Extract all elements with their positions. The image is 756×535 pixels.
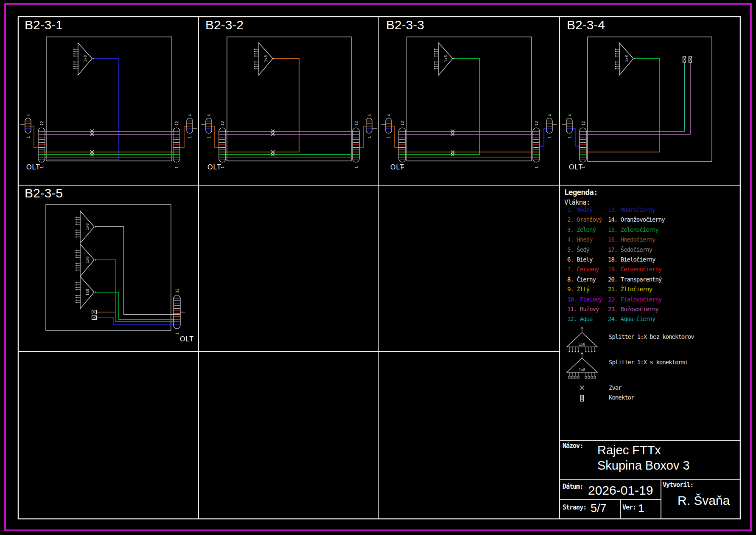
bracket-count-label: 12 <box>221 121 225 126</box>
titleblock-strany-value: 5/7 <box>591 503 607 514</box>
legend-splitter-tick-square <box>577 376 579 378</box>
titleblock-datum-label: Dátum: <box>563 484 583 490</box>
splitter-output-dot <box>73 64 75 65</box>
titleblock-nazov-label: Názov: <box>563 443 583 449</box>
splitter-ratio-label: 1x8 <box>85 223 90 230</box>
legend-fiber-23: 23. Ružovočierny <box>608 306 658 312</box>
splitter-output-dot <box>76 284 77 286</box>
legend-fiber-16: 16. Hnedočierny <box>608 237 655 242</box>
bracket-count-label: 12 <box>175 121 179 126</box>
legend-konektor-label: Konektor <box>609 394 634 400</box>
drawing-page: 1x812112141411x812112141411x812112141411… <box>0 0 756 535</box>
legend-splitter-tick-dot <box>572 351 573 352</box>
olt-label-B2-3-3: OLT <box>390 164 404 171</box>
fiber-path-orange <box>220 59 299 152</box>
titleblock-datum-value: 2026-01-19 <box>588 484 653 497</box>
legend-splitter-tick-dot <box>569 351 570 352</box>
splitter-output-dot <box>73 66 75 68</box>
fiber-path-white <box>95 227 174 315</box>
legend-subheader: Vlákna: <box>564 199 590 206</box>
splitter-output-dot <box>76 224 77 225</box>
panel-title-B2-3-4: B2-3-4 <box>567 19 605 31</box>
bracket-count-label: 12 <box>354 121 358 126</box>
fiber-path-orange <box>180 126 187 147</box>
titleblock-strany-label: Strany: <box>563 504 586 511</box>
fiber-path-orange <box>31 126 38 147</box>
splitter-output-dot <box>76 222 77 223</box>
fiber-cap-4 <box>187 118 193 133</box>
panel-title-B2-3-2: B2-3-2 <box>205 19 244 31</box>
olt-label-B2-3-4: OLT <box>569 164 583 171</box>
legend-fiber-7: 7. Červený <box>567 266 599 272</box>
splitter-output-dot <box>615 62 616 63</box>
legend-splitter-tick-dot <box>578 351 579 352</box>
cap-index-label: 1 <box>188 136 192 138</box>
splitter-output-dot <box>76 252 77 253</box>
legend-header: Legenda: <box>564 189 598 196</box>
splitter-ratio-label: 1x8 <box>85 289 90 296</box>
splitter-output-dot <box>434 62 435 63</box>
legend-fiber-2: 2. Oranžový <box>567 217 602 222</box>
splitter-output-dot <box>76 237 77 238</box>
cap-count-label: 4 <box>387 114 391 116</box>
bracket-index-label: 1 <box>354 166 358 169</box>
legend-splitter-tick-dot <box>591 351 593 352</box>
splitter-output-dot <box>434 68 435 70</box>
splitter-output-dot <box>76 302 77 303</box>
legend-fiber-1: 1. Modrý <box>567 207 592 213</box>
legend-fiber-17: 17. Šedočierny <box>608 247 652 253</box>
splitter-output-dot <box>434 51 435 52</box>
legend-fiber-12: 12. Aqua <box>567 316 592 322</box>
legend-splitter-ratio: 1x8 <box>579 368 585 372</box>
splitter-output-dot <box>254 51 255 52</box>
splitter-output-dot <box>76 257 77 258</box>
legend-fiber-11: 11. Ružový <box>567 306 599 312</box>
splitter-output-dot <box>73 49 75 50</box>
fiber-path-aqua <box>580 62 684 131</box>
splitter-output-dot <box>615 64 616 65</box>
legend-splitter-tick-square <box>585 376 587 378</box>
cap-index-label: 1 <box>207 136 211 138</box>
splitter-output-dot <box>254 54 255 55</box>
bracket-index-label: 1 <box>40 166 44 169</box>
fiber-path-green <box>95 292 174 319</box>
splitter-output-dot <box>76 270 77 271</box>
fiber-cap-4 <box>386 118 392 133</box>
splitter-output-dot <box>615 66 616 68</box>
cap-index-label: 1 <box>568 136 572 138</box>
panel-title-B2-3-3: B2-3-3 <box>386 19 424 31</box>
splitter-output-dot <box>254 62 255 63</box>
cap-index-label: 1 <box>548 136 552 138</box>
titleblock-vytvoril-value: R. Švaňa <box>678 494 730 507</box>
splitter-output-dot <box>615 56 616 57</box>
splitter-output-dot <box>615 51 616 52</box>
legend-fiber-21: 21. Žltočierny <box>608 286 652 292</box>
splitter-output-dot <box>434 56 435 57</box>
splitter-output-dot <box>254 56 255 57</box>
splitter-ratio-label: 1x8 <box>85 256 90 263</box>
splitter-ratio-label: 1x8 <box>83 55 87 62</box>
fiber-path-blue <box>540 129 546 146</box>
legend-fiber-6: 6. Biely <box>567 256 592 262</box>
fiber-bracket-12 <box>174 295 180 329</box>
fiber-cap-4 <box>546 118 552 133</box>
bracket-index-label: 1 <box>175 166 179 169</box>
fiber-path-orange <box>391 126 399 147</box>
splitter-output-dot <box>76 255 77 256</box>
legend-splitter-tick-square <box>574 376 576 378</box>
legend-fiber-18: 18. Bieločierny <box>608 256 655 262</box>
splitter-output-dot <box>76 295 77 296</box>
legend-fiber-15: 15. Zelenočierny <box>608 227 658 233</box>
legend-splitter-tick-square <box>571 376 573 378</box>
legend-fiber-8: 8. Čierny <box>567 276 596 282</box>
cap-count-label: 4 <box>548 114 552 116</box>
splitter-output-dot <box>434 49 435 50</box>
splitter-output-dot <box>76 282 77 284</box>
splitter-output-dot <box>76 297 77 298</box>
legend-fiber-9: 9. Žltý <box>567 286 589 292</box>
legend-fiber-3: 3. Zelený <box>567 227 596 233</box>
splitter-output-dot <box>254 64 255 65</box>
splitter-output-dot <box>434 64 435 65</box>
splitter-output-dot <box>73 54 75 55</box>
fiber-cap-4 <box>366 118 372 133</box>
